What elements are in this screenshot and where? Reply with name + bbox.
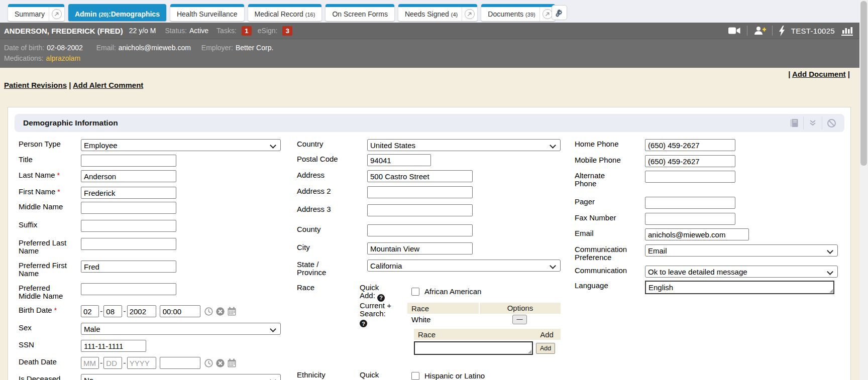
race-search-input[interactable] [414,341,533,355]
sex-select[interactable]: Male [81,323,281,335]
state-province-select[interactable]: California [367,260,561,272]
clear-icon[interactable] [215,306,226,317]
title-input[interactable] [81,155,176,167]
tab-summary[interactable]: Summary [8,4,64,21]
hispanic-or-latino-checkbox[interactable] [411,372,419,380]
esign-badge[interactable]: 3 [282,26,292,36]
tab-count: (39) [525,12,535,18]
tab-documents[interactable]: Documents(39) [481,4,555,21]
preferred-last-name-input[interactable] [81,238,176,250]
fax-number-input[interactable] [645,213,735,225]
add-user-icon[interactable] [753,26,766,36]
home-phone-input[interactable]: (650) 459-2627 [645,139,735,151]
employer-label: Employer: [201,44,233,52]
death-date-part-2[interactable]: YYYY [127,357,156,369]
help-icon[interactable]: ? [377,294,385,302]
death-date-part-0[interactable]: MM [81,357,99,369]
ethnicity-quick-add-option: Hispanic or Latino [411,371,485,380]
alternate-phone-input[interactable] [645,171,735,183]
ssn-input[interactable]: 111-11-1111 [81,340,146,352]
tab-label: Documents [488,10,523,18]
birth-date-part-0[interactable]: 02 [81,305,99,317]
birth-date-time[interactable]: 00:00 [160,305,200,317]
help-icon[interactable]: ? [360,320,367,327]
title-row: Title [19,155,281,167]
preferred-first-name-input[interactable]: Fred [81,261,176,273]
add-document-link[interactable]: Add Document [792,70,846,78]
is-deceased-select[interactable]: No [81,374,281,380]
vertical-scrollbar[interactable] [859,0,868,380]
address-3-input[interactable] [367,204,473,216]
remove-race-button[interactable]: — [512,315,527,324]
address-2-input[interactable] [367,186,473,198]
employer-value: Better Corp. [236,44,273,52]
medications-value[interactable]: alprazolam [46,54,80,62]
tab-on-screen-forms[interactable]: On Screen Forms [325,4,394,21]
communication-preference-select[interactable]: Email [645,244,838,257]
pager-input[interactable] [645,197,735,209]
add-alert-comment-link[interactable]: Add Alert Comment [73,81,143,89]
tab-health-surveillance[interactable]: Health Surveillance [170,4,244,21]
communication-select[interactable]: Ok to leave detailed message [645,266,838,278]
death-date-time[interactable] [160,357,200,369]
suffix-input[interactable] [81,220,176,232]
address-input[interactable]: 500 Castro Street [367,170,473,182]
communication-preference-row: Communication PreferenceEmail [575,244,838,262]
african-american-checkbox[interactable] [411,288,419,296]
email-row: Emailanichols@mieweb.com [575,228,838,240]
first-name-input[interactable]: Frederick [81,187,176,199]
lightning-icon[interactable] [779,26,785,36]
postal-code-input[interactable]: 94041 [367,154,431,166]
required-asterisk: * [57,171,60,179]
journal-icon[interactable] [785,116,803,130]
resize-handle[interactable] [829,289,833,293]
form-column-2: CountryUnited StatesPostal Code94041Addr… [297,139,561,380]
chevron-down-icon [270,377,276,380]
person-type-select[interactable]: Employee [81,139,281,151]
chart-id: TEST-10025 [791,27,835,35]
external-link-icon[interactable] [542,9,553,19]
app: SummaryAdmin(20):DemographicsHealth Surv… [0,0,868,380]
clear-icon[interactable] [215,358,226,368]
tab-admin[interactable]: Admin(20):Demographics [68,4,166,21]
address-3-row: Address 3 [297,204,561,216]
add-race-button[interactable]: Add [536,343,555,354]
scrollbar-thumb[interactable] [860,1,867,166]
disable-icon[interactable] [822,116,840,130]
mobile-phone-input[interactable]: (650) 459-2627 [645,155,735,167]
patient-revisions-link[interactable]: Patient Revisions [4,81,67,89]
field-label: Language [575,281,645,294]
collapse-icon[interactable] [803,116,822,130]
birth-date-part-2[interactable]: 2002 [127,305,156,317]
ethnicity-content: Hispanic or Latino [407,370,485,380]
country-select[interactable]: United States [367,139,561,151]
tab-medical-record[interactable]: Medical Record(16) [248,4,322,21]
resize-handle[interactable] [528,350,531,353]
field-label: Email [575,228,645,240]
clock-icon[interactable] [203,306,214,317]
flowsheet-chart-icon[interactable] [841,26,853,36]
external-link-icon[interactable] [52,9,62,19]
external-link-icon[interactable] [465,9,475,19]
clock-icon[interactable] [203,358,214,368]
calendar-icon[interactable] [227,358,237,368]
city-input[interactable]: Mountain View [367,242,473,255]
video-camera-icon[interactable] [728,26,741,35]
tasks-badge[interactable]: 1 [242,26,252,36]
last-name-input[interactable]: Anderson [81,170,176,182]
tab-count: (20) [98,12,108,18]
middle-name-input[interactable] [81,202,176,214]
panel-title: Demographic Information [23,118,118,128]
tab-needs-signed[interactable]: Needs Signed(4) [398,4,477,21]
county-input[interactable] [367,224,473,236]
field-label: First Name* [19,187,81,199]
death-date-part-1[interactable]: DD [103,357,122,369]
tab-settings-button[interactable] [552,5,567,20]
calendar-icon[interactable] [227,306,237,317]
birth-date-part-1[interactable]: 08 [103,305,122,317]
form-column-1: Person TypeEmployeeTitleLast Name*Anders… [19,139,281,380]
field-label: Birth Date* [19,305,81,317]
preferred-middle-name-input[interactable] [81,283,176,295]
email-input[interactable]: anichols@mieweb.com [645,228,749,240]
language-textarea[interactable]: English [645,281,834,294]
